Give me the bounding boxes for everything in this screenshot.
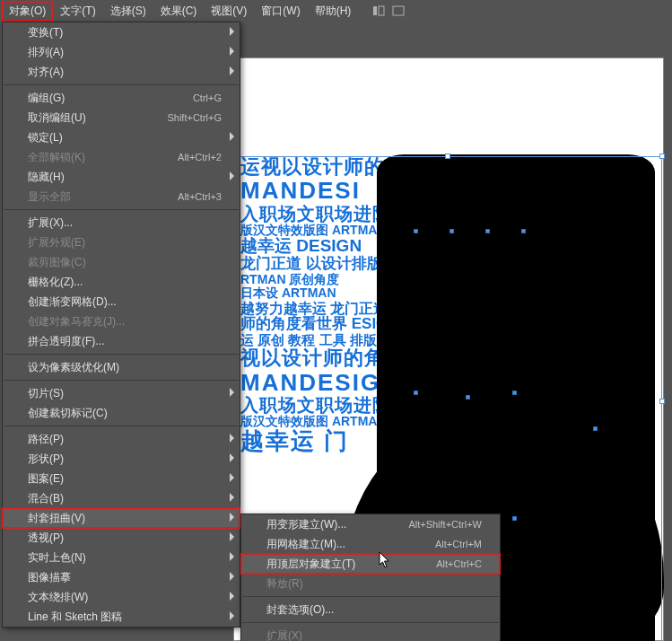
object-menu-item-15[interactable]: 创建渐变网格(D)...	[3, 292, 240, 312]
object-menu-item-label: 混合(B)	[28, 491, 222, 506]
svg-rect-2	[393, 6, 404, 15]
object-menu-item-label: 形状(P)	[28, 452, 222, 467]
envelope-submenu-item-label: 封套选项(O)...	[266, 602, 482, 618]
envelope-submenu-item-3: 释放(R)	[241, 574, 500, 593]
envelope-submenu-item-label: 用变形建立(W)...	[266, 517, 408, 532]
envelope-submenu-item-label: 释放(R)	[266, 576, 482, 592]
object-menu-item-label: 图案(E)	[28, 471, 222, 487]
submenu-arrow-icon	[230, 493, 234, 502]
object-menu-item-4[interactable]: 编组(G)Ctrl+G	[3, 88, 240, 108]
object-menu-item-7: 全部解锁(K)Alt+Ctrl+2	[3, 147, 240, 167]
object-menu-item-label: 创建裁切标记(C)	[28, 406, 222, 421]
object-menu-item-label: 扩展外观(E)	[28, 235, 222, 250]
object-menu-item-label: 文本绕排(W)	[28, 590, 222, 605]
envelope-submenu-separator	[242, 622, 499, 623]
submenu-arrow-icon	[230, 27, 234, 36]
layout-icon-left[interactable]	[372, 4, 385, 17]
object-menu-item-label: 取消编组(U)	[28, 110, 167, 126]
object-menu-item-label: 锁定(L)	[28, 130, 222, 145]
object-menu-item-29[interactable]: 透视(P)	[3, 528, 240, 548]
submenu-arrow-icon	[230, 532, 234, 541]
object-menu-item-32[interactable]: 文本绕排(W)	[3, 587, 240, 607]
menubar-window[interactable]: 窗口(W)	[254, 1, 307, 22]
object-menu-item-16: 创建对象马赛克(J)...	[3, 312, 240, 331]
object-menu-item-shortcut: Shift+Ctrl+G	[167, 112, 222, 123]
submenu-arrow-icon	[230, 388, 234, 397]
object-menu-separator	[4, 380, 239, 381]
object-menu-item-21[interactable]: 切片(S)	[3, 383, 240, 403]
object-menu-item-6[interactable]: 锁定(L)	[3, 127, 240, 147]
object-menu-item-1[interactable]: 排列(A)	[3, 42, 240, 62]
object-menu-item-9: 显示全部Alt+Ctrl+3	[3, 187, 240, 206]
menubar-effect[interactable]: 效果(C)	[153, 1, 205, 22]
menubar-object[interactable]: 对象(O)	[2, 1, 53, 22]
object-menu-item-13: 裁剪图像(C)	[3, 252, 240, 272]
object-menu-item-28[interactable]: 封套扭曲(V)	[3, 508, 240, 528]
svg-rect-1	[379, 6, 384, 15]
submenu-arrow-icon	[230, 473, 234, 482]
menubar-help[interactable]: 帮助(H)	[308, 1, 359, 22]
object-menu-item-label: 对齐(A)	[28, 65, 222, 80]
envelope-submenu-item-1[interactable]: 用网格建立(M)...Alt+Ctrl+M	[241, 534, 500, 554]
object-menu-item-label: 全部解锁(K)	[28, 150, 178, 165]
object-menu-item-26[interactable]: 图案(E)	[3, 469, 240, 488]
object-menu-item-17[interactable]: 拼合透明度(F)...	[3, 331, 240, 351]
object-menu-item-label: 创建对象马赛克(J)...	[28, 314, 222, 329]
menubar-text[interactable]: 文字(T)	[53, 1, 102, 22]
object-menu-separator	[4, 209, 239, 210]
object-menu-item-25[interactable]: 形状(P)	[3, 449, 240, 469]
envelope-submenu-item-label: 扩展(X)	[266, 628, 482, 642]
object-menu-item-shortcut: Alt+Ctrl+3	[178, 191, 222, 202]
object-menu-item-8[interactable]: 隐藏(H)	[3, 167, 240, 187]
layout-icon-right[interactable]	[392, 4, 405, 17]
object-menu-item-label: 扩展(X)...	[28, 215, 222, 231]
object-menu-item-label: 图像描摹	[28, 570, 222, 585]
menubar-view[interactable]: 视图(V)	[204, 1, 254, 22]
envelope-submenu-item-5[interactable]: 封套选项(O)...	[241, 600, 500, 619]
envelope-submenu-item-label: 用网格建立(M)...	[266, 537, 435, 552]
object-menu-item-label: 编组(G)	[28, 91, 193, 106]
object-menu-item-22[interactable]: 创建裁切标记(C)	[3, 403, 240, 423]
object-menu-separator	[4, 354, 239, 355]
submenu-arrow-icon	[230, 66, 234, 75]
object-menu-item-shortcut: Ctrl+G	[193, 92, 222, 103]
envelope-distort-submenu[interactable]: 用变形建立(W)...Alt+Shift+Ctrl+W用网格建立(M)...Al…	[240, 514, 501, 641]
envelope-submenu-item-2[interactable]: 用顶层对象建立(T)Alt+Ctrl+C	[241, 554, 500, 574]
menubar-select[interactable]: 选择(S)	[103, 1, 153, 22]
object-menu-item-label: 切片(S)	[28, 386, 222, 401]
object-menu-item-33[interactable]: Line 和 Sketch 图稿	[3, 607, 240, 627]
object-menu-item-19[interactable]: 设为像素级优化(M)	[3, 357, 240, 377]
object-menu-item-0[interactable]: 变换(T)	[3, 22, 240, 42]
submenu-arrow-icon	[230, 513, 234, 522]
object-menu-item-label: 栅格化(Z)...	[28, 275, 222, 290]
object-menu-item-label: 设为像素级优化(M)	[28, 360, 222, 375]
object-menu-item-label: 排列(A)	[28, 45, 222, 60]
svg-rect-0	[373, 6, 377, 15]
submenu-arrow-icon	[230, 572, 234, 581]
object-menu-item-label: 实时上色(N)	[28, 550, 222, 566]
object-menu-item-label: Line 和 Sketch 图稿	[28, 610, 222, 625]
envelope-submenu-item-label: 用顶层对象建立(T)	[266, 557, 436, 572]
object-menu-item-shortcut: Alt+Ctrl+2	[178, 152, 222, 162]
object-menu-item-14[interactable]: 栅格化(Z)...	[3, 272, 240, 292]
object-menu-item-24[interactable]: 路径(P)	[3, 429, 240, 449]
envelope-submenu-item-shortcut: Alt+Shift+Ctrl+W	[408, 519, 482, 530]
object-menu-item-30[interactable]: 实时上色(N)	[3, 548, 240, 567]
object-menu-item-27[interactable]: 混合(B)	[3, 488, 240, 508]
workspace-icons	[372, 4, 405, 17]
envelope-submenu-item-shortcut: Alt+Ctrl+M	[435, 539, 482, 549]
envelope-submenu-item-7: 扩展(X)	[241, 626, 500, 641]
object-menu-item-label: 显示全部	[28, 189, 178, 205]
submenu-arrow-icon	[230, 552, 234, 561]
object-menu-separator	[4, 426, 239, 426]
submenu-arrow-icon	[230, 132, 234, 141]
object-menu-item-2[interactable]: 对齐(A)	[3, 62, 240, 82]
submenu-arrow-icon	[230, 453, 234, 462]
envelope-submenu-item-0[interactable]: 用变形建立(W)...Alt+Shift+Ctrl+W	[241, 514, 500, 534]
object-menu-item-11[interactable]: 扩展(X)...	[3, 213, 240, 233]
object-menu-item-label: 裁剪图像(C)	[28, 255, 222, 270]
object-menu[interactable]: 变换(T)排列(A)对齐(A)编组(G)Ctrl+G取消编组(U)Shift+C…	[2, 22, 240, 628]
object-menu-item-label: 拼合透明度(F)...	[28, 334, 222, 349]
object-menu-item-31[interactable]: 图像描摹	[3, 567, 240, 587]
object-menu-item-5[interactable]: 取消编组(U)Shift+Ctrl+G	[3, 108, 240, 127]
